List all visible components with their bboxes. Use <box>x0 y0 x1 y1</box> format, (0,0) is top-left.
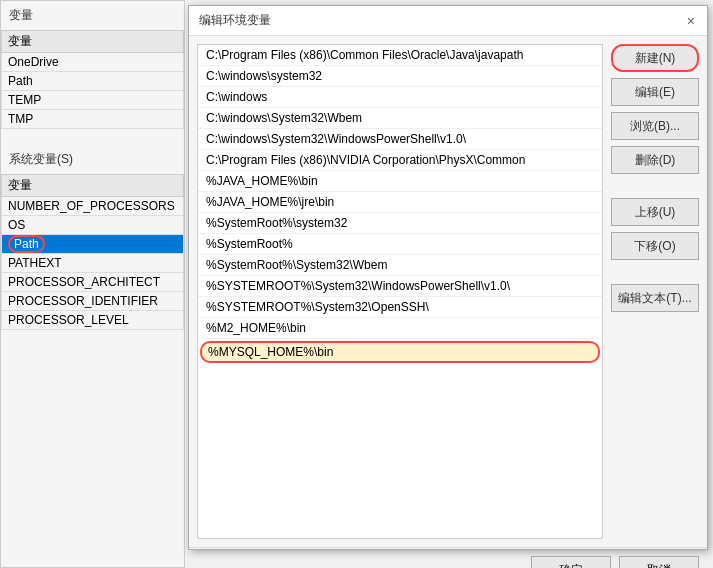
path-item[interactable]: C:\windows <box>198 87 602 108</box>
user-var-item[interactable]: TMP <box>2 110 184 129</box>
path-item[interactable]: %SystemRoot%\System32\Wbem <box>198 255 602 276</box>
user-var-item[interactable]: TEMP <box>2 91 184 110</box>
user-var-column-header: 变量 <box>2 31 184 53</box>
user-var-table: 变量 OneDrivePathTEMPTMP <box>1 30 184 129</box>
left-panel: 变量 变量 OneDrivePathTEMPTMP 系统变量(S) 变量 NUM… <box>0 0 185 568</box>
dialog-close-button[interactable]: × <box>685 13 697 29</box>
sys-var-item[interactable]: NUMBER_OF_PROCESSORS <box>2 197 184 216</box>
sys-var-item[interactable]: Path <box>2 235 184 254</box>
path-item[interactable]: %SYSTEMROOT%\System32\WindowsPowerShell\… <box>198 276 602 297</box>
user-var-item[interactable]: OneDrive <box>2 53 184 72</box>
dialog-footer: 确定 取消 <box>189 547 707 568</box>
move-down-button[interactable]: 下移(O) <box>611 232 699 260</box>
dialog-body: C:\Program Files (x86)\Common Files\Orac… <box>189 36 707 547</box>
sys-var-header: 系统变量(S) <box>1 145 184 174</box>
sys-var-item[interactable]: PROCESSOR_LEVEL <box>2 311 184 330</box>
sys-var-column-header: 变量 <box>2 175 184 197</box>
path-item[interactable]: C:\Program Files (x86)\Common Files\Orac… <box>198 45 602 66</box>
path-item[interactable]: %SYSTEMROOT%\System32\OpenSSH\ <box>198 297 602 318</box>
edit-text-button[interactable]: 编辑文本(T)... <box>611 284 699 312</box>
user-var-item[interactable]: Path <box>2 72 184 91</box>
sys-var-item[interactable]: PROCESSOR_IDENTIFIER <box>2 292 184 311</box>
sys-var-item[interactable]: PROCESSOR_ARCHITECT <box>2 273 184 292</box>
path-item[interactable]: %MYSQL_HOME%\bin <box>200 341 600 363</box>
sys-var-item[interactable]: OS <box>2 216 184 235</box>
delete-button[interactable]: 删除(D) <box>611 146 699 174</box>
path-item[interactable]: C:\windows\System32\WindowsPowerShell\v1… <box>198 129 602 150</box>
edit-environment-dialog: 编辑环境变量 × C:\Program Files (x86)\Common F… <box>188 5 708 550</box>
ok-button[interactable]: 确定 <box>531 556 611 568</box>
sys-var-item[interactable]: PATHEXT <box>2 254 184 273</box>
edit-button[interactable]: 编辑(E) <box>611 78 699 106</box>
dialog-title: 编辑环境变量 <box>199 12 271 29</box>
path-item[interactable]: %JAVA_HOME%\jre\bin <box>198 192 602 213</box>
path-item[interactable]: C:\Program Files (x86)\NVIDIA Corporatio… <box>198 150 602 171</box>
path-item[interactable]: %JAVA_HOME%\bin <box>198 171 602 192</box>
browse-button[interactable]: 浏览(B)... <box>611 112 699 140</box>
path-item[interactable]: C:\windows\System32\Wbem <box>198 108 602 129</box>
path-item[interactable]: %SystemRoot%\system32 <box>198 213 602 234</box>
dialog-titlebar: 编辑环境变量 × <box>189 6 707 36</box>
new-button[interactable]: 新建(N) <box>611 44 699 72</box>
move-up-button[interactable]: 上移(U) <box>611 198 699 226</box>
path-item[interactable]: C:\windows\system32 <box>198 66 602 87</box>
cancel-button[interactable]: 取消 <box>619 556 699 568</box>
dialog-buttons-panel: 新建(N) 编辑(E) 浏览(B)... 删除(D) 上移(U) 下移(O) 编… <box>611 44 699 539</box>
path-item[interactable]: %SystemRoot% <box>198 234 602 255</box>
path-item[interactable]: %M2_HOME%\bin <box>198 318 602 339</box>
user-var-header: 变量 <box>1 1 184 30</box>
sys-var-table: 变量 NUMBER_OF_PROCESSORSOSPathPATHEXTPROC… <box>1 174 184 330</box>
path-list-container[interactable]: C:\Program Files (x86)\Common Files\Orac… <box>197 44 603 539</box>
